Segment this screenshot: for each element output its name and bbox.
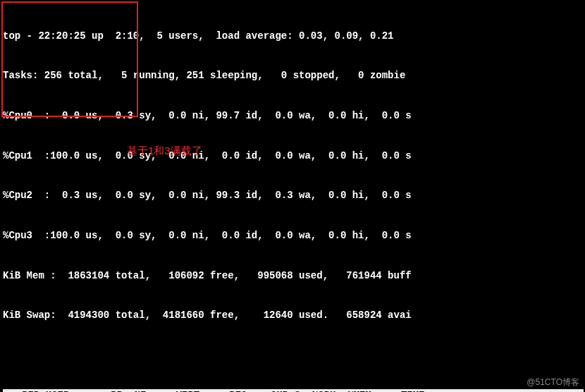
cpu1-line: %Cpu1 :100.0 us, 0.0 sy, 0.0 ni, 0.0 id,… (3, 149, 584, 163)
uptime-line: top - 22:20:25 up 2:10, 5 users, load av… (3, 30, 584, 43)
tasks-line: Tasks: 256 total, 5 running, 251 sleepin… (3, 69, 584, 82)
annotation-text: 基于1和3满载了 (127, 144, 202, 158)
cpu2-line: %Cpu2 : 0.3 us, 0.0 sy, 0.0 ni, 99.3 id,… (3, 189, 584, 202)
swap-line: KiB Swap: 4194300 total, 4181660 free, 1… (3, 309, 584, 322)
blank-line (3, 349, 584, 362)
watermark: @51CTO博客 (526, 376, 579, 388)
cpu3-line: %Cpu3 :100.0 us, 0.0 sy, 0.0 ni, 0.0 id,… (3, 229, 584, 243)
process-table-header: PID USER PR NI VIRT RES SHR S %CPU %MEM … (3, 389, 584, 392)
terminal-output[interactable]: top - 22:20:25 up 2:10, 5 users, load av… (0, 0, 585, 392)
mem-line: KiB Mem : 1863104 total, 106092 free, 99… (3, 269, 584, 283)
cpu0-line: %Cpu0 : 0.0 us, 0.3 sy, 0.0 ni, 99.7 id,… (3, 109, 584, 123)
